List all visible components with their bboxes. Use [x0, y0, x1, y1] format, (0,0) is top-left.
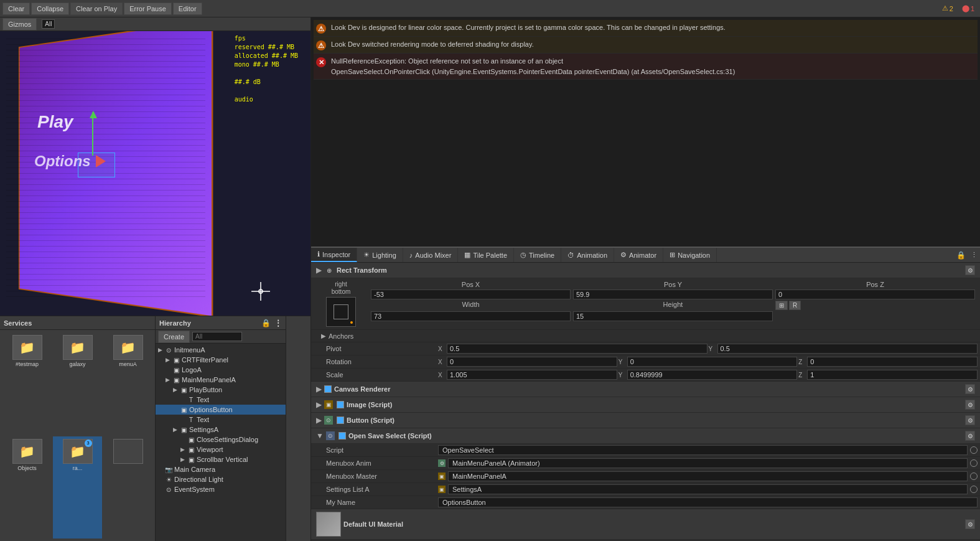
tab-animator[interactable]: ⚙ Animator: [614, 248, 663, 262]
console-message-warn-2[interactable]: ⚠ Look Dev switched rendering mode to de…: [314, 37, 978, 54]
hierarchy-tree: ▶⊙InitmenuA ▶▣CRTFilterPanel ▶▣LogoA ▶▣M…: [156, 344, 286, 541]
pos-x-input[interactable]: [371, 289, 571, 299]
rot-y-input[interactable]: [627, 357, 798, 367]
scale-y-input[interactable]: [627, 370, 798, 380]
console-message-warn-1[interactable]: ⚠ Look Dev is designed for linear color …: [314, 20, 978, 37]
clear-on-play-button[interactable]: Clear on Play: [70, 2, 123, 15]
project-item[interactable]: 📁 Objects: [2, 436, 52, 539]
tree-item-logoa[interactable]: ▶▣LogoA: [156, 365, 286, 375]
tree-item-playbutton[interactable]: ▶▣PlayButton: [156, 385, 286, 395]
gizmos-button[interactable]: Gizmos: [2, 18, 37, 31]
project-item-selected[interactable]: 📁3 ra...: [53, 436, 102, 539]
tab-inspector[interactable]: ℹ Inspector: [311, 248, 357, 262]
tree-item-optionsbutton[interactable]: ▶▣OptionsButton: [156, 405, 286, 415]
console-message-err-1[interactable]: ✕ NullReferenceException: Object referen…: [314, 54, 978, 80]
btn-checkbox[interactable]: [337, 416, 344, 424]
project-item[interactable]: [103, 436, 152, 539]
open-save-select-header[interactable]: ▼ ⊙ Open Save Select (Script) ⚙: [311, 428, 980, 444]
project-item[interactable]: 📁 galaxy: [53, 332, 102, 435]
rect-icon-btn[interactable]: ⊞: [775, 301, 788, 310]
button-script-header[interactable]: ▶ ⊙ Button (Script) ⚙: [311, 413, 980, 428]
folder-icon-badge: 📁3: [63, 439, 93, 464]
create-button[interactable]: Create: [158, 331, 190, 343]
cr-checkbox[interactable]: [324, 385, 332, 393]
img-checkbox[interactable]: [337, 401, 344, 408]
rot-z-input[interactable]: [807, 357, 978, 367]
play-button-label: Play: [37, 112, 73, 132]
project-item-label: menuA: [119, 361, 137, 367]
tree-item-viewport[interactable]: ▶▣Viewport: [156, 445, 286, 454]
settings-circle-btn[interactable]: [970, 486, 978, 493]
btn-settings-btn[interactable]: ⚙: [965, 415, 975, 425]
tree-item-settingsa[interactable]: ▶▣SettingsA: [156, 425, 286, 435]
tree-item-closesettings[interactable]: ▶▣CloseSettingsDialog: [156, 435, 286, 445]
project-item[interactable]: 📁 menuA: [103, 332, 152, 435]
material-header[interactable]: Default UI Material ⚙: [311, 509, 980, 540]
anchors-row[interactable]: ▶ Anchors: [311, 330, 980, 342]
inspector-lock-icon[interactable]: 🔒: [956, 251, 966, 260]
rot-x-input[interactable]: [447, 357, 617, 367]
tree-item-initmenu[interactable]: ▶⊙InitmenuA: [156, 345, 286, 355]
pivot-x-item: X: [438, 344, 707, 354]
editor-dropdown-button[interactable]: Editor: [173, 2, 202, 15]
audio-tab-icon: ♪: [409, 252, 413, 259]
script-circle-btn[interactable]: [970, 446, 978, 454]
pos-y-input[interactable]: [573, 289, 773, 299]
go-icon: ▣: [172, 375, 180, 384]
anim-circle-btn[interactable]: [970, 459, 978, 467]
inspector-menu-icon[interactable]: ⋮: [971, 251, 978, 259]
hierarchy-search[interactable]: [192, 332, 242, 341]
canvas-renderer-header[interactable]: ▶ Canvas Renderer ⚙: [311, 382, 980, 397]
tab-lighting[interactable]: ☀ Lighting: [357, 248, 403, 262]
tab-timeline[interactable]: ◷ Timeline: [514, 248, 561, 262]
height-input[interactable]: [573, 311, 773, 321]
master-icon: ▣: [438, 473, 446, 480]
collapse-button[interactable]: Collapse: [31, 2, 69, 15]
btn-icon: ⊙: [324, 416, 333, 425]
rot-x-item: X: [438, 357, 617, 367]
oss-checkbox[interactable]: [338, 432, 346, 440]
tree-item-maincamera[interactable]: ▶📷Main Camera: [156, 464, 286, 474]
scale-x-input[interactable]: [447, 370, 617, 380]
scale-z-input[interactable]: [807, 370, 978, 380]
nav-tab-label: Navigation: [678, 252, 710, 259]
tree-label: Main Camera: [174, 466, 215, 473]
width-input[interactable]: [371, 311, 571, 321]
scene-content[interactable]: Play Options fpsreserved ##.# MBallocate…: [0, 31, 310, 316]
rect-transform-header[interactable]: ▶ ⊕ Rect Transform ⚙: [311, 263, 980, 278]
tree-item-text-options[interactable]: ▶TText: [156, 415, 286, 425]
r-button[interactable]: R: [789, 301, 801, 310]
anchors-label: Anchors: [329, 332, 353, 340]
cr-settings-btn[interactable]: ⚙: [965, 384, 975, 394]
tab-audio-mixer[interactable]: ♪ Audio Mixer: [403, 248, 459, 262]
tree-item-text-play[interactable]: ▶TText: [156, 395, 286, 405]
pivot-y-input[interactable]: [717, 344, 978, 354]
lock-icon[interactable]: 🔒: [261, 319, 271, 327]
tree-item-eventsystem[interactable]: ▶⊙EventSystem: [156, 484, 286, 494]
three-dot-icon[interactable]: ⋮: [274, 319, 282, 327]
tab-navigation[interactable]: ⊞ Navigation: [663, 248, 717, 262]
anchor-widget[interactable]: [326, 297, 356, 327]
anchor-label: rightbottom: [332, 281, 351, 296]
error-pause-button[interactable]: Error Pause: [124, 2, 172, 15]
material-settings-btn[interactable]: ⚙: [965, 519, 975, 529]
project-item[interactable]: 📁 #testmap: [2, 332, 52, 435]
tab-tile-palette[interactable]: ▦ Tile Palette: [458, 248, 514, 262]
tree-item-dirlight[interactable]: ▶☀Directional Light: [156, 474, 286, 484]
pos-z-input[interactable]: [775, 289, 975, 299]
rt-collapse-arrow: ▶: [316, 266, 322, 275]
project-item-label: Objects: [17, 465, 37, 471]
master-circle-btn[interactable]: [970, 473, 978, 480]
scene-search[interactable]: All: [42, 19, 55, 29]
tree-item-mainmenu[interactable]: ▶▣MainMenuPanelA: [156, 375, 286, 385]
services-tab[interactable]: Services: [0, 316, 155, 330]
tab-animation[interactable]: ⏱ Animation: [561, 248, 614, 262]
oss-settings-btn[interactable]: ⚙: [965, 431, 975, 441]
rt-settings-btn[interactable]: ⚙: [965, 265, 975, 275]
clear-button[interactable]: Clear: [2, 2, 30, 15]
img-settings-btn[interactable]: ⚙: [965, 400, 975, 410]
image-script-header[interactable]: ▶ ▣ Image (Script) ⚙: [311, 397, 980, 413]
tree-item-scrollbar[interactable]: ▶▣Scrollbar Vertical: [156, 454, 286, 464]
pivot-x-input[interactable]: [447, 344, 707, 354]
tree-item-crtfilter[interactable]: ▶▣CRTFilterPanel: [156, 355, 286, 365]
